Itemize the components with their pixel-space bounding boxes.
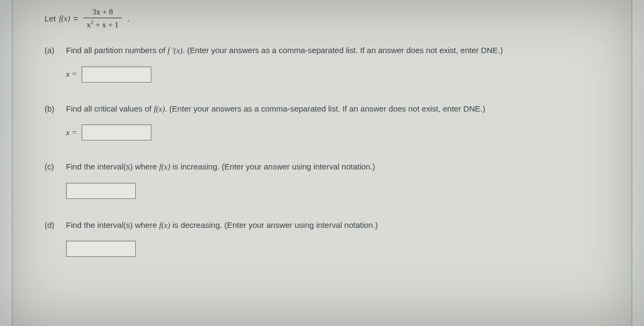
part-c-label: (c)	[45, 161, 58, 173]
let-text: Let	[45, 14, 56, 23]
part-b-answer-row: x =	[66, 124, 610, 140]
equals-sign: =	[74, 14, 78, 23]
part-d: (d) Find the interval(s) where f(x) is d…	[45, 219, 610, 257]
trailing-period: .	[127, 14, 129, 23]
fx-symbol: f(x)	[59, 14, 70, 23]
part-b-input[interactable]	[82, 124, 151, 140]
part-b-xeq: x =	[66, 128, 77, 137]
part-a-label: (a)	[45, 45, 58, 57]
part-d-answer-row	[66, 241, 610, 257]
part-c: (c) Find the interval(s) where f(x) is i…	[45, 161, 610, 199]
part-a-prompt: Find all partition numbers of f ′(x). (E…	[66, 45, 503, 57]
denominator: x2 + x + 1	[83, 18, 122, 29]
part-b-prompt: Find all critical values of f(x). (Enter…	[66, 103, 485, 115]
part-d-label: (d)	[45, 219, 58, 232]
part-c-answer-row	[66, 183, 610, 199]
part-c-prompt: Find the interval(s) where f(x) is incre…	[66, 161, 375, 173]
part-a: (a) Find all partition numbers of f ′(x)…	[45, 45, 610, 83]
question-card: Let f(x) = 3x + 8 x2 + x + 1 . (a) Find …	[12, 0, 632, 326]
part-a-xeq: x =	[66, 70, 77, 79]
fraction: 3x + 8 x2 + x + 1	[83, 8, 122, 29]
part-d-prompt: Find the interval(s) where f(x) is decre…	[66, 219, 378, 232]
numerator: 3x + 8	[83, 8, 122, 18]
part-b-label: (b)	[45, 103, 58, 115]
part-c-input[interactable]	[66, 183, 136, 199]
part-a-answer-row: x =	[66, 66, 610, 83]
function-definition: Let f(x) = 3x + 8 x2 + x + 1 .	[45, 8, 610, 29]
part-a-input[interactable]	[82, 66, 151, 83]
part-d-input[interactable]	[66, 241, 136, 257]
part-b: (b) Find all critical values of f(x). (E…	[45, 103, 610, 141]
